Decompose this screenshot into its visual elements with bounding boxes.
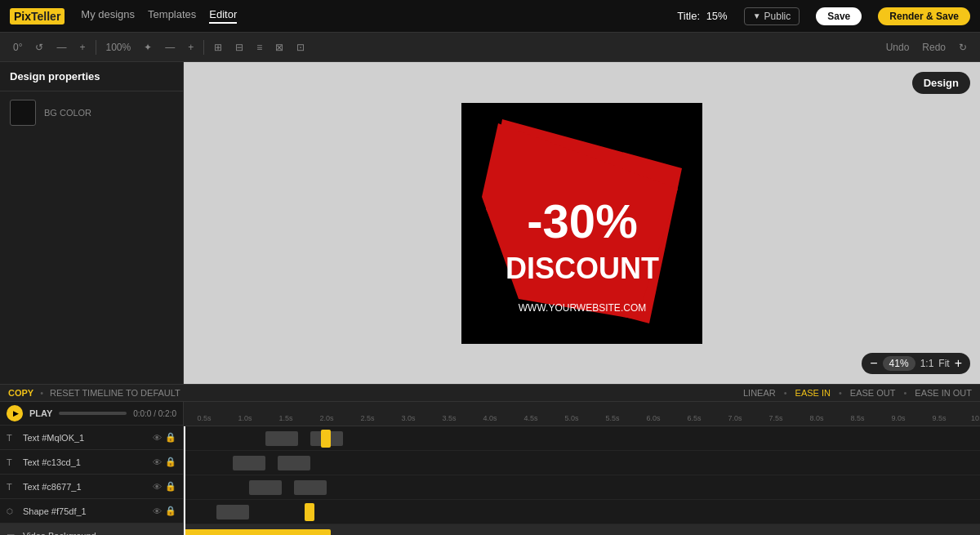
redo-button[interactable]: Redo: [919, 40, 949, 55]
zoom-value[interactable]: 41%: [883, 356, 915, 371]
toolbar-reset-rotate[interactable]: ↺: [32, 40, 47, 55]
text-icon-1: T: [7, 433, 18, 443]
time-mark-9: 5.0s: [564, 414, 578, 422]
timeline-area: COPY • RESET TIMELINE TO DEFAULT LINEAR …: [0, 384, 980, 535]
track-block-text2-2[interactable]: [278, 456, 310, 470]
time-mark-7: 4.0s: [483, 414, 497, 422]
save-button[interactable]: Save: [816, 7, 862, 25]
time-mark-8: 4.5s: [523, 414, 537, 422]
shape-icon: ⬡: [7, 507, 18, 515]
zoom-minus-button[interactable]: −: [870, 357, 877, 370]
time-mark-19: 10.0s: [971, 414, 980, 422]
toolbar-plus[interactable]: +: [76, 40, 88, 55]
track-block-shape-1[interactable]: [216, 505, 249, 519]
undo-button[interactable]: Undo: [883, 40, 913, 55]
zoom-bar: − 41% 1:1 Fit +: [862, 353, 970, 374]
bg-color-swatch[interactable]: [10, 100, 36, 126]
layer-controls-3: 👁 🔒: [153, 481, 176, 492]
track-block-text1-1[interactable]: [265, 431, 298, 446]
timeline-ease-in[interactable]: EASE IN: [795, 388, 831, 398]
zoom-fit-button[interactable]: Fit: [938, 358, 949, 369]
track-block-text3-2[interactable]: [294, 480, 327, 495]
zoom-ratio: 1:1: [920, 358, 934, 369]
time-mark-14: 7.5s: [768, 414, 782, 422]
layer-name-text3: Text #c8677_1: [23, 482, 148, 492]
layer-lock-1[interactable]: 🔒: [165, 432, 176, 443]
time-ruler: 0.5s 1.0s 1.5s 2.0s 2.5s 3.0s 3.5s 4.0s …: [184, 402, 980, 426]
video-icon: ▭: [7, 530, 18, 535]
layer-lock-3[interactable]: 🔒: [165, 481, 176, 492]
layer-visibility-4[interactable]: 👁: [153, 506, 162, 516]
reset-timeline-button[interactable]: RESET TIMELINE TO DEFAULT: [50, 388, 180, 398]
track-block-text3-1[interactable]: [249, 480, 282, 495]
toolbar-align5[interactable]: ⊡: [293, 40, 308, 55]
play-row: ▶ PLAY 0:0:0 / 0:2:0: [0, 402, 183, 426]
toolbar-align2[interactable]: ⊟: [232, 40, 247, 55]
title-value[interactable]: 15%: [706, 10, 728, 22]
toolbar-refresh[interactable]: ↻: [956, 40, 970, 55]
timeline-ease-in-out[interactable]: EASE IN OUT: [915, 388, 972, 398]
timeline-linear[interactable]: LINEAR: [743, 388, 776, 398]
layer-controls-2: 👁 🔒: [153, 457, 176, 467]
playhead[interactable]: [184, 426, 185, 535]
panel-content: BG COLOR: [0, 91, 183, 134]
toolbar-align1[interactable]: ⊞: [211, 40, 225, 55]
toolbar-minus2[interactable]: —: [162, 40, 178, 55]
track-block-shape-2[interactable]: [305, 503, 314, 521]
layer-lock-4[interactable]: 🔒: [165, 506, 176, 516]
timeline-right-controls: LINEAR • EASE IN • EASE OUT • EASE IN OU…: [743, 388, 972, 398]
time-mark-13: 7.0s: [728, 414, 742, 422]
toolbar-sparkle[interactable]: ✦: [140, 40, 155, 55]
layer-row-text2[interactable]: T Text #c13cd_1 👁 🔒: [0, 450, 183, 475]
layer-row-text3[interactable]: T Text #c8677_1 👁 🔒: [0, 475, 183, 499]
timeline-ease-out[interactable]: EASE OUT: [850, 388, 896, 398]
nav-templates[interactable]: Templates: [148, 8, 196, 24]
nav-editor[interactable]: Editor: [209, 8, 237, 24]
nav-my-designs[interactable]: My designs: [81, 8, 135, 24]
toolbar: 0° ↺ — + 100% ✦ — + ⊞ ⊟ ≡ ⊠ ⊡ Undo Redo …: [0, 33, 980, 62]
time-mark-5: 3.0s: [401, 414, 415, 422]
play-track[interactable]: [59, 412, 127, 415]
design-button[interactable]: Design: [912, 72, 970, 94]
layer-row-shape[interactable]: ⬡ Shape #f75df_1 👁 🔒: [0, 499, 183, 524]
track-block-video[interactable]: [184, 529, 331, 535]
time-mark-10: 5.5s: [605, 414, 619, 422]
time-mark-12: 6.5s: [687, 414, 701, 422]
toolbar-zoom[interactable]: 100%: [103, 40, 135, 55]
time-mark-3: 2.0s: [319, 414, 333, 422]
logo: PixTeller: [10, 8, 65, 25]
layer-visibility-1[interactable]: 👁: [153, 433, 162, 443]
panel-title: Design properties: [0, 62, 183, 91]
svg-text:-30%: -30%: [527, 194, 637, 247]
layer-row-video[interactable]: ▭ Video Background: [0, 524, 183, 535]
top-nav: PixTeller My designs Templates Editor Ti…: [0, 0, 980, 33]
toolbar-align4[interactable]: ⊠: [272, 40, 287, 55]
toolbar-right: Undo Redo ↻: [883, 40, 970, 55]
time-mark-17: 9.0s: [891, 414, 905, 422]
text-icon-3: T: [7, 482, 18, 492]
toolbar-plus2[interactable]: +: [185, 40, 197, 55]
render-button[interactable]: Render & Save: [878, 7, 970, 25]
design-canvas: -30% DISCOUNT WWW.YOURWEBSITE.COM: [461, 103, 702, 344]
track-row-text2: [184, 451, 980, 475]
track-block-text1-3[interactable]: [321, 430, 331, 448]
layer-visibility-3[interactable]: 👁: [153, 482, 162, 492]
visibility-button[interactable]: ▼ Public: [744, 7, 800, 25]
zoom-plus-button[interactable]: +: [955, 357, 962, 370]
layer-visibility-2[interactable]: 👁: [153, 457, 162, 467]
layer-lock-2[interactable]: 🔒: [165, 457, 176, 467]
track-row-video: [184, 524, 980, 535]
layer-row-text1[interactable]: T Text #MqlOK_1 👁 🔒: [0, 426, 183, 450]
toolbar-sep-1: [96, 40, 96, 55]
play-label: PLAY: [29, 408, 52, 418]
toolbar-align3[interactable]: ≡: [253, 40, 265, 55]
toolbar-minus[interactable]: —: [53, 40, 69, 55]
copy-button[interactable]: COPY: [8, 388, 33, 398]
track-block-text2-1[interactable]: [233, 456, 265, 470]
timeline-body: ▶ PLAY 0:0:0 / 0:2:0 T Text #MqlOK_1 👁 🔒…: [0, 402, 980, 535]
left-panel: Design properties BG COLOR: [0, 62, 184, 384]
toolbar-rotate[interactable]: 0°: [10, 40, 25, 55]
time-mark-18: 9.5s: [932, 414, 946, 422]
layer-name-text1: Text #MqlOK_1: [23, 433, 148, 443]
play-button[interactable]: ▶: [7, 405, 23, 421]
